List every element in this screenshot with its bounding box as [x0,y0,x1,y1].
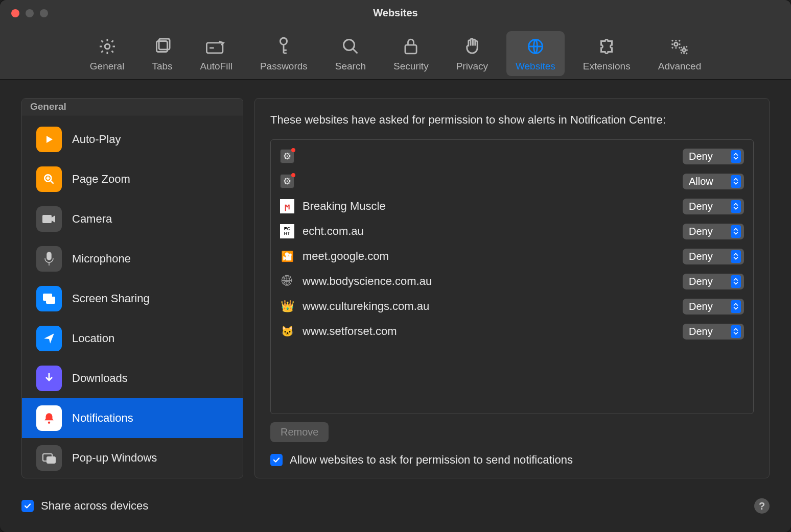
globe-icon [525,36,546,57]
site-permissions-list: ⚙ Deny⚙ Allowϻ Breaking Muscle DenyECHT … [270,139,754,414]
tabs-icon [152,36,172,57]
site-row[interactable]: ECHT echt.com.au Deny [277,219,747,244]
site-name-label: echt.com.au [303,225,674,238]
remove-button[interactable]: Remove [270,422,329,442]
sidebar-item-camera[interactable]: Camera [22,199,243,239]
download-icon [36,366,62,391]
site-row[interactable]: ϻ Breaking Muscle Deny [277,194,747,219]
ck-icon: 👑 [280,299,294,313]
site-permission-select[interactable]: Deny [683,274,744,289]
gears-icon [669,36,690,57]
toolbar-tab-search[interactable]: Search [326,31,375,76]
site-permission-select[interactable]: Deny [683,249,744,264]
toolbar-tab-label: Passwords [260,61,308,72]
allow-ask-checkbox[interactable] [270,454,283,466]
share-across-devices-checkbox[interactable] [21,500,34,512]
toolbar-tab-autofill[interactable]: AutoFill [191,31,242,76]
select-chevrons-icon [731,150,741,163]
select-chevrons-icon [731,250,741,263]
allow-ask-label: Allow websites to ask for permission to … [290,453,573,467]
lock-icon [401,36,421,57]
sidebar-item-label: Downloads [72,372,128,385]
svg-rect-11 [42,215,52,223]
screenshare-icon [36,286,62,311]
sidebar-item-label: Camera [72,212,112,226]
allow-ask-row[interactable]: Allow websites to ask for permission to … [270,453,754,467]
content-area: General Auto-Play Page Zoom Camera Micro… [0,80,791,532]
sidebar-item-label: Microphone [72,252,131,265]
toolbar-tab-security[interactable]: Security [384,31,438,76]
svg-rect-6 [405,45,416,54]
sidebar-item-downloads[interactable]: Downloads [22,358,243,398]
site-permission-select[interactable]: Deny [683,324,744,340]
toolbar-tab-general[interactable]: General [81,31,134,76]
toolbar-tab-passwords[interactable]: Passwords [251,31,317,76]
svg-rect-14 [46,297,55,304]
hand-icon [462,36,482,57]
microphone-icon [36,246,62,272]
sidebar-item-microphone[interactable]: Microphone [22,239,243,279]
toolbar-tab-label: Security [393,61,429,72]
site-row[interactable]: 🐱 www.setforset.com Deny [277,319,747,344]
sidebar: General Auto-Play Page Zoom Camera Micro… [21,98,243,478]
sidebar-item-label: Pop-up Windows [72,451,157,465]
sidebar-item-location[interactable]: Location [22,319,243,358]
sidebar-item-screen-sharing[interactable]: Screen Sharing [22,279,243,319]
svg-point-16 [48,422,50,424]
svg-point-5 [343,40,354,51]
help-button[interactable]: ? [754,498,770,514]
bell-icon [36,405,62,431]
toolbar-tab-tabs[interactable]: Tabs [143,31,181,76]
select-chevrons-icon [731,275,741,288]
site-row[interactable]: ⚙ Deny [277,144,747,169]
sidebar-item-page-zoom[interactable]: Page Zoom [22,159,243,199]
toolbar-tab-advanced[interactable]: Advanced [649,31,711,76]
toolbar-tab-label: Search [335,61,366,72]
zoom-icon [36,166,62,192]
toolbar-tab-label: Tabs [152,61,172,72]
share-across-devices-row[interactable]: Share across devices [21,499,148,513]
sidebar-item-label: Page Zoom [72,173,130,186]
site-row[interactable]: 🌐︎ www.bodyscience.com.au Deny [277,269,747,294]
toolbar-tab-label: Privacy [456,61,488,72]
toolbar-tab-label: AutoFill [200,61,232,72]
site-row[interactable]: ⚙ Allow [277,169,747,194]
popup-icon [36,445,62,471]
site-row[interactable]: 👑 www.culturekings.com.au Deny [277,294,747,319]
site-row[interactable]: 🎦 meet.google.com Deny [277,244,747,269]
svg-point-8 [674,42,678,46]
select-chevrons-icon [731,325,741,338]
svg-point-0 [105,44,110,49]
sidebar-item-auto-play[interactable]: Auto-Play [22,119,243,159]
select-chevrons-icon [731,175,741,188]
site-permission-select[interactable]: Allow [683,174,744,189]
sidebar-item-label: Auto-Play [72,133,121,146]
bm-icon: ϻ [280,199,294,213]
site-permission-select[interactable]: Deny [683,149,744,164]
gear-icon [97,36,118,57]
toolbar-tab-extensions[interactable]: Extensions [574,31,640,76]
location-icon [36,326,62,351]
svg-rect-18 [47,457,55,463]
toolbar-tab-label: General [90,61,125,72]
site-permission-select[interactable]: Deny [683,224,744,239]
panel-description: These websites have asked for permission… [270,112,754,128]
remove-row: Remove [270,422,754,442]
camera-icon [36,206,62,232]
site-name-label: meet.google.com [303,250,674,263]
sidebar-item-notifications[interactable]: Notifications [22,398,243,438]
toolbar-tab-label: Websites [516,61,555,72]
svg-rect-12 [47,252,51,260]
preferences-toolbar: General Tabs AutoFill Passwords Search S… [0,31,791,76]
sidebar-item-label: Screen Sharing [72,292,150,305]
site-permission-select[interactable]: Deny [683,299,744,315]
site-name-label: www.bodyscience.com.au [303,275,674,288]
toolbar-tab-websites[interactable]: Websites [506,31,565,76]
toolbar-tab-privacy[interactable]: Privacy [447,31,497,76]
select-chevrons-icon [731,300,741,313]
site-permission-select[interactable]: Deny [683,199,744,214]
play-icon [36,127,62,152]
sidebar-section-header: General [22,99,243,115]
sidebar-item-pop-up-windows[interactable]: Pop-up Windows [22,438,243,478]
toolbar-tab-label: Advanced [658,61,702,72]
